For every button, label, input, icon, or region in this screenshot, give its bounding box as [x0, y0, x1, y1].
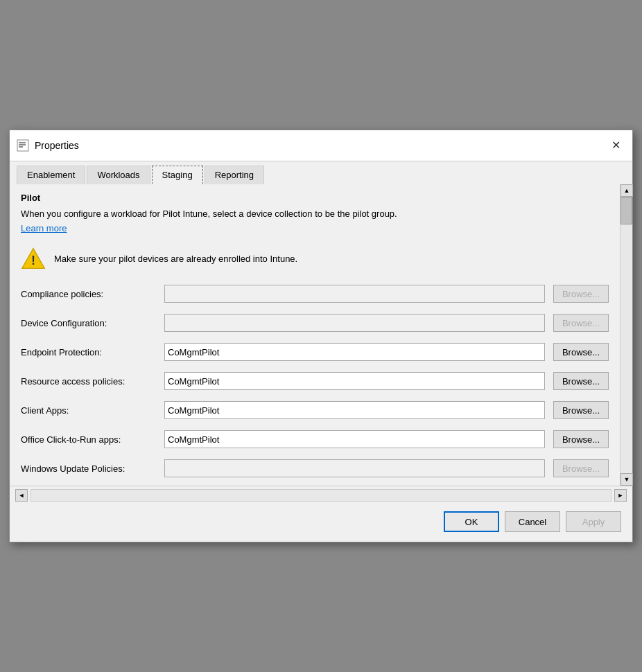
svg-rect-2 [19, 144, 26, 145]
input-office-ctr[interactable] [164, 430, 545, 448]
cancel-button[interactable]: Cancel [505, 511, 560, 532]
scroll-down-button[interactable]: ▼ [621, 473, 633, 486]
tab-staging[interactable]: Staging [152, 166, 203, 184]
label-device-config: Device Configuration: [21, 318, 156, 328]
scroll-thumb [621, 197, 632, 224]
label-office-ctr: Office Click-to-Run apps: [21, 434, 156, 445]
field-row-client-apps: Client Apps: Browse... [21, 401, 609, 419]
label-windows-update: Windows Update Policies: [21, 463, 156, 474]
svg-text:!: ! [31, 254, 35, 267]
field-row-resource-access: Resource access policies: Browse... [21, 372, 609, 390]
tab-enablement[interactable]: Enablement [17, 166, 85, 184]
content-area: Pilot When you configure a workload for … [10, 184, 620, 486]
field-row-device-config: Device Configuration: Browse... [21, 314, 609, 332]
section-title: Pilot [21, 193, 609, 203]
browse-compliance[interactable]: Browse... [553, 285, 609, 303]
field-row-compliance: Compliance policies: Browse... [21, 285, 609, 303]
input-compliance[interactable] [164, 285, 545, 303]
field-row-office-ctr: Office Click-to-Run apps: Browse... [21, 430, 609, 448]
apply-button[interactable]: Apply [566, 511, 621, 532]
tab-workloads[interactable]: Workloads [87, 166, 150, 184]
warning-box: ! Make sure your pilot devices are alrea… [21, 246, 609, 271]
vertical-scrollbar: ▲ ▼ [620, 184, 632, 486]
field-row-windows-update: Windows Update Policies: Browse... [21, 459, 609, 477]
hscroll-track[interactable] [31, 489, 611, 502]
footer-buttons: OK Cancel Apply [10, 504, 632, 542]
dialog-body: Pilot When you configure a workload for … [10, 184, 632, 486]
input-windows-update[interactable] [164, 459, 545, 477]
title-bar: Properties ✕ [10, 130, 632, 161]
horizontal-scrollbar: ◄ ► [10, 486, 632, 504]
browse-resource-access[interactable]: Browse... [553, 372, 609, 390]
close-button[interactable]: ✕ [606, 136, 625, 155]
hscroll-left-button[interactable]: ◄ [15, 489, 28, 502]
label-compliance: Compliance policies: [21, 289, 156, 299]
warning-text: Make sure your pilot devices are already… [54, 254, 297, 264]
tab-reporting[interactable]: Reporting [205, 166, 264, 184]
properties-dialog: Properties ✕ Enablement Workloads Stagin… [9, 130, 633, 543]
label-client-apps: Client Apps: [21, 405, 156, 416]
browse-windows-update[interactable]: Browse... [553, 459, 609, 477]
properties-icon [17, 139, 29, 152]
warning-icon: ! [21, 246, 46, 271]
browse-office-ctr[interactable]: Browse... [553, 430, 609, 448]
pilot-description: When you configure a workload for Pilot … [21, 207, 609, 221]
learn-more-link[interactable]: Learn more [21, 223, 67, 233]
label-resource-access: Resource access policies: [21, 376, 156, 387]
tab-bar: Enablement Workloads Staging Reporting [10, 161, 632, 184]
scroll-track[interactable] [621, 197, 632, 474]
browse-client-apps[interactable]: Browse... [553, 401, 609, 419]
browse-endpoint[interactable]: Browse... [553, 343, 609, 361]
label-endpoint: Endpoint Protection: [21, 347, 156, 357]
hscroll-right-button[interactable]: ► [614, 489, 627, 502]
browse-device-config[interactable]: Browse... [553, 314, 609, 332]
svg-rect-3 [19, 146, 23, 148]
scroll-up-button[interactable]: ▲ [621, 184, 633, 197]
input-device-config[interactable] [164, 314, 545, 332]
input-endpoint[interactable] [164, 343, 545, 361]
title-bar-left: Properties [17, 139, 79, 152]
dialog-title: Properties [35, 140, 79, 151]
svg-rect-1 [19, 142, 26, 143]
fields-area: Compliance policies: Browse... Device Co… [21, 285, 609, 477]
input-client-apps[interactable] [164, 401, 545, 419]
field-row-endpoint: Endpoint Protection: Browse... [21, 343, 609, 361]
input-resource-access[interactable] [164, 372, 545, 390]
ok-button[interactable]: OK [444, 511, 499, 532]
